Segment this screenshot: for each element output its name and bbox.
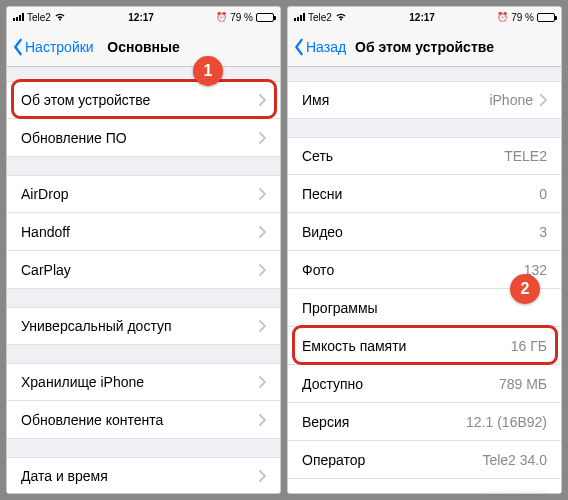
row-label: AirDrop [21, 186, 68, 202]
wifi-icon [335, 12, 347, 23]
clock: 12:17 [128, 12, 154, 23]
chevron-right-icon [258, 414, 266, 426]
row-airdrop[interactable]: AirDrop [7, 175, 280, 213]
back-label: Назад [306, 39, 346, 55]
row-label: Handoff [21, 224, 70, 240]
row-carrier[interactable]: ОператорTele2 34.0 [288, 441, 561, 479]
row-value: 789 МБ [499, 376, 547, 392]
chevron-right-icon [258, 188, 266, 200]
signal-icon [294, 13, 305, 21]
carrier-label: Tele2 [27, 12, 51, 23]
row-name[interactable]: Имя iPhone [288, 81, 561, 119]
status-bar: Tele2 12:17 ⏰ 79 % [288, 7, 561, 27]
row-background-refresh[interactable]: Обновление контента [7, 401, 280, 439]
row-version[interactable]: Версия12.1 (16B92) [288, 403, 561, 441]
back-label: Настройки [25, 39, 94, 55]
wifi-icon [54, 12, 66, 23]
row-label: Оператор [302, 452, 365, 468]
phone-about: Tele2 12:17 ⏰ 79 % Назад Об этом устройс… [287, 6, 562, 494]
row-label: Дата и время [21, 468, 108, 484]
row-about[interactable]: Об этом устройстве [7, 81, 280, 119]
row-label: Версия [302, 414, 349, 430]
alarm-icon: ⏰ [497, 12, 508, 22]
status-bar: Tele2 12:17 ⏰ 79 % [7, 7, 280, 27]
badge-2: 2 [510, 274, 540, 304]
carrier-label: Tele2 [308, 12, 332, 23]
clock: 12:17 [409, 12, 435, 23]
alarm-icon: ⏰ [216, 12, 227, 22]
row-label: Универсальный доступ [21, 318, 172, 334]
row-available[interactable]: Доступно789 МБ [288, 365, 561, 403]
row-label: Емкость памяти [302, 338, 406, 354]
battery-percent: 79 % [511, 12, 534, 23]
row-label: Видео [302, 224, 343, 240]
chevron-right-icon [258, 264, 266, 276]
row-label: Модель [302, 490, 352, 494]
chevron-right-icon [258, 320, 266, 332]
chevron-right-icon [258, 132, 266, 144]
navbar: Назад Об этом устройстве [288, 27, 561, 67]
chevron-right-icon [258, 226, 266, 238]
navbar: Настройки Основные [7, 27, 280, 67]
row-date-time[interactable]: Дата и время [7, 457, 280, 493]
row-value: XXXXXXX [482, 490, 547, 494]
row-videos[interactable]: Видео3 [288, 213, 561, 251]
row-songs[interactable]: Песни0 [288, 175, 561, 213]
row-label: Доступно [302, 376, 363, 392]
row-value: 3 [539, 224, 547, 240]
row-handoff[interactable]: Handoff [7, 213, 280, 251]
row-model[interactable]: МодельXXXXXXX [288, 479, 561, 493]
row-iphone-storage[interactable]: Хранилище iPhone [7, 363, 280, 401]
chevron-left-icon [11, 38, 25, 56]
battery-icon [256, 13, 274, 22]
signal-icon [13, 13, 24, 21]
row-label: Программы [302, 300, 378, 316]
row-label: Хранилище iPhone [21, 374, 144, 390]
back-button[interactable]: Настройки [7, 38, 94, 56]
battery-icon [537, 13, 555, 22]
chevron-right-icon [258, 470, 266, 482]
phone-general: Tele2 12:17 ⏰ 79 % Настройки Основные Об… [6, 6, 281, 494]
row-value: TELE2 [504, 148, 547, 164]
row-label: CarPlay [21, 262, 71, 278]
row-value: 12.1 (16B92) [466, 414, 547, 430]
row-carplay[interactable]: CarPlay [7, 251, 280, 289]
chevron-right-icon [539, 94, 547, 106]
row-value: 0 [539, 186, 547, 202]
badge-1: 1 [193, 56, 223, 86]
row-accessibility[interactable]: Универсальный доступ [7, 307, 280, 345]
row-value: Tele2 34.0 [482, 452, 547, 468]
row-label: Сеть [302, 148, 333, 164]
chevron-right-icon [258, 94, 266, 106]
row-capacity[interactable]: Емкость памяти16 ГБ [288, 327, 561, 365]
chevron-right-icon [258, 376, 266, 388]
row-label: Обновление ПО [21, 130, 127, 146]
back-button[interactable]: Назад [288, 38, 346, 56]
row-label: Обновление контента [21, 412, 163, 428]
row-label: Фото [302, 262, 334, 278]
row-value: iPhone [489, 92, 533, 108]
row-label: Песни [302, 186, 342, 202]
row-label: Об этом устройстве [21, 92, 150, 108]
chevron-left-icon [292, 38, 306, 56]
content-area: Об этом устройстве Обновление ПО AirDrop… [7, 67, 280, 493]
row-network[interactable]: СетьTELE2 [288, 137, 561, 175]
row-software-update[interactable]: Обновление ПО [7, 119, 280, 157]
row-label: Имя [302, 92, 329, 108]
row-value: 16 ГБ [511, 338, 547, 354]
battery-percent: 79 % [230, 12, 253, 23]
